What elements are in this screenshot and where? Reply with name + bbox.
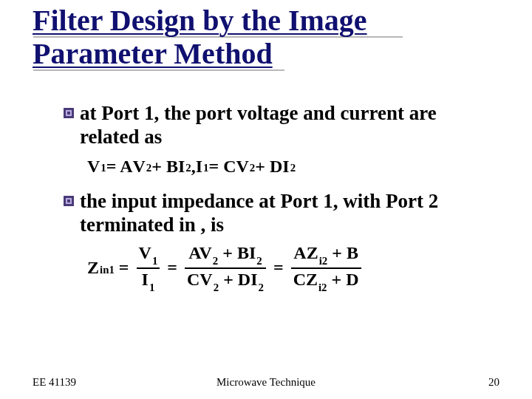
fraction-bar	[291, 267, 361, 269]
eq-sym: V	[199, 243, 211, 262]
eq-sym: C	[293, 270, 306, 289]
eq-sub: 2	[259, 282, 264, 293]
eq-sym: Z	[306, 270, 318, 289]
eq-sym: Z	[87, 258, 99, 278]
eq-sym: I	[142, 270, 149, 289]
eq-sub: 2	[213, 255, 218, 267]
eq-sym: I	[178, 157, 185, 177]
eq-sub: 2	[146, 162, 151, 174]
eq-sym: + D	[255, 157, 282, 177]
eq-sub: 2	[256, 255, 262, 267]
fraction: AZi2 + B CZi2 + D	[291, 244, 361, 292]
bullet-item: the input impedance at Port 1, with Port…	[64, 190, 492, 237]
eq-sub: 1	[203, 162, 208, 174]
bullet-text: the input impedance at Port 1, with Port…	[80, 190, 438, 236]
eq-sym: + D	[219, 270, 250, 289]
eq-sym: = A	[106, 157, 133, 177]
fraction: V1 I1	[137, 244, 160, 292]
eq-sym: = C	[209, 157, 236, 177]
fraction: AV2 + BI2 CV2 + DI2	[185, 244, 266, 292]
eq-sub: 2	[214, 282, 219, 293]
eq-sym: I	[249, 243, 256, 262]
eq-sym: I	[196, 157, 202, 177]
eq-sym: A	[293, 243, 306, 262]
eq-sym: + D	[327, 270, 359, 289]
eq-sym: =	[269, 258, 288, 278]
eq-sym: V	[200, 270, 212, 289]
eq-sub: i2	[319, 255, 328, 267]
eq-sym: Z	[307, 243, 318, 262]
eq-sym: + B	[151, 157, 178, 177]
eq-sub: 1	[100, 162, 106, 174]
eq-sub: in1	[100, 264, 115, 276]
eq-sym: V	[139, 243, 151, 262]
eq-sub: 1	[149, 282, 154, 293]
eq-sym: V	[87, 157, 100, 177]
equation: Zin1 = V1 I1 = AV2 + BI2 CV2 + DI2	[87, 244, 492, 292]
eq-sym: =	[115, 258, 134, 278]
equation-content: V1 = A V2 + B I2 , I1 = C V2 + D I2	[87, 157, 492, 177]
eq-sub: i2	[318, 282, 327, 293]
slide: Filter Design by the Image Parameter Met…	[0, 0, 532, 399]
eq-sub: 2	[290, 162, 296, 174]
eq-sym: V	[132, 157, 145, 177]
eq-sub: 2	[185, 162, 191, 174]
eq-sym: + B	[327, 243, 358, 262]
bullet-icon	[64, 108, 74, 118]
eq-sym: I	[250, 270, 257, 289]
eq-sym: A	[188, 243, 199, 262]
slide-body: at Port 1, the port voltage and current …	[64, 96, 492, 305]
bullet-item: at Port 1, the port voltage and current …	[64, 102, 492, 149]
footer-center: Microwave Technique	[0, 376, 532, 389]
bullet-icon	[64, 196, 74, 206]
equation-content: Zin1 = V1 I1 = AV2 + BI2 CV2 + DI2	[87, 244, 492, 292]
eq-sym: I	[282, 157, 289, 177]
bullet-text: at Port 1, the port voltage and current …	[80, 102, 437, 148]
eq-sym: + B	[218, 243, 249, 262]
eq-sym: V	[236, 157, 249, 177]
equation: V1 = A V2 + B I2 , I1 = C V2 + D I2	[87, 157, 492, 177]
eq-sub: 2	[250, 162, 255, 174]
eq-sym: C	[187, 270, 200, 289]
slide-title: Filter Design by the Image Parameter Met…	[33, 4, 505, 71]
fraction-bar	[185, 267, 266, 269]
eq-sym: =	[163, 258, 182, 278]
footer-right: 20	[488, 376, 499, 389]
slide-footer: EE 41139 Microwave Technique 20	[0, 372, 532, 389]
fraction-bar	[137, 267, 160, 269]
eq-sub: 1	[152, 255, 157, 267]
